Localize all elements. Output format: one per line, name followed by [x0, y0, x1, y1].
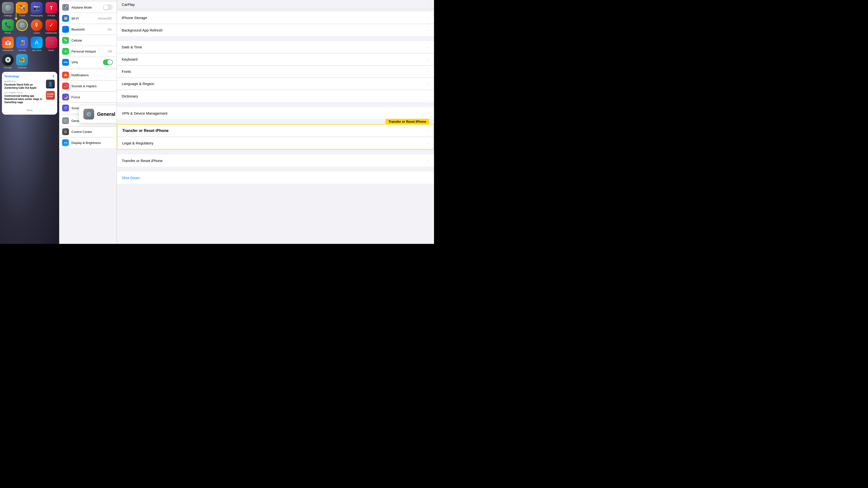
transfer-section: Transfer or Reset iPhone › Legal & Regul… [117, 124, 434, 150]
bluetooth-row[interactable]: 🔵 Bluetooth On › [59, 24, 117, 35]
legal-regulatory-row[interactable]: Legal & Regulatory › [117, 137, 434, 149]
news-widget[interactable]: Technology ⬆ BARRON'S Facebook Stock Fal… [2, 72, 57, 115]
carplay-chevron: › [428, 3, 429, 6]
news-thumb-1: 👤 [46, 80, 55, 89]
app-phone[interactable]: 📞 Phone [2, 19, 14, 34]
discogs-app-label: Discogs [4, 66, 12, 69]
transfer-reset-tooltip: Transfer or Reset iPhone [385, 119, 429, 124]
fonts-chevron: › [428, 70, 429, 73]
page-dot-1[interactable] [26, 105, 28, 107]
news-source-2: Los Angeles Times [4, 91, 44, 94]
app-settings-highlighted[interactable]: ⚙️ [16, 19, 28, 34]
vpn-row[interactable]: VPN VPN [59, 57, 117, 68]
app-appstore[interactable]: A App Store [30, 37, 43, 52]
focus-icon: 🌙 [62, 94, 69, 100]
personal-hotspot-chevron: › [113, 50, 114, 53]
news-share-icon[interactable]: ⬆ [52, 74, 55, 78]
transfer-reset-label-2: Transfer or Reset iPhone [122, 159, 428, 163]
app-travel[interactable]: ✈️ Travel [16, 2, 28, 17]
language-region-chevron: › [428, 82, 429, 86]
background-refresh-row[interactable]: Background App Refresh › [117, 24, 434, 36]
vpn-device-mgmt-chevron: › [428, 111, 429, 115]
date-time-row[interactable]: Date & Time › [117, 41, 434, 53]
news-source-1: BARRON'S [4, 80, 44, 83]
wifi-icon: 📶 [62, 15, 69, 22]
transfer-reset-highlighted-chevron: › [428, 129, 429, 132]
shutdown-section: Shut Down [117, 171, 434, 184]
fantastical-app-icon: 📅 [2, 37, 14, 48]
display-icon: AA [62, 139, 69, 146]
sounds-row[interactable]: 🔊 Sounds & Haptics › [59, 80, 117, 92]
notifications-icon: 🔔 [62, 72, 69, 78]
controlcenter-chevron: › [113, 130, 114, 133]
wifi-row[interactable]: 📶 Wi-Fi Home392 › [59, 13, 117, 24]
news-item-1[interactable]: BARRON'S Facebook Stock Falls as Zuckerb… [4, 80, 55, 90]
iphone-storage-row[interactable]: iPhone Storage › [117, 12, 434, 24]
dictionary-row[interactable]: Dictionary › [117, 90, 434, 102]
sounds-label: Sounds & Haptics [71, 84, 113, 88]
cellular-label: Cellular [71, 39, 113, 42]
travel-app-icon: ✈️ [16, 2, 28, 14]
app-discogs[interactable]: 💿 Discogs [2, 54, 14, 69]
sounds-chevron: › [113, 85, 114, 88]
transfer-section-container: Transfer or Reset iPhone Transfer or Res… [117, 124, 434, 150]
storage-section: iPhone Storage › Background App Refresh … [117, 12, 434, 36]
notifications-row[interactable]: 🔔 Notifications › [59, 70, 117, 80]
page-dot-2[interactable] [29, 105, 30, 107]
cellular-row[interactable]: 📡 Cellular › [59, 35, 117, 46]
network-section: ✈️ Airplane Mode 📶 Wi-Fi Home392 › 🔵 Blu… [59, 2, 117, 68]
app-fantastical[interactable]: 📅 Fantastical [2, 37, 14, 52]
date-time-label: Date & Time [122, 45, 428, 49]
transfer-reset-row-2[interactable]: Transfer or Reset iPhone › [117, 155, 434, 167]
transfer-reset-highlighted-row[interactable]: Transfer or Reset iPhone › [117, 125, 434, 137]
app-settings[interactable]: ⚙️ Settings [2, 2, 14, 17]
transfer-reset-highlighted-label: Transfer or Reset iPhone [122, 129, 428, 133]
bluetooth-value: On [107, 28, 112, 31]
vpn-toggle[interactable] [103, 59, 113, 65]
general-tooltip: ⚙️ General [79, 105, 117, 123]
personal-hotspot-row[interactable]: ⊕ Personal Hotspot Off › [59, 46, 117, 57]
screentime-icon: ⏱ [62, 105, 69, 111]
journey-app-icon: 📓 [16, 37, 28, 48]
shutdown-label: Shut Down [122, 176, 429, 180]
news-headline-1: Facebook Stock Falls as Zuckerberg Calls… [4, 83, 44, 90]
general-tooltip-icon: ⚙️ [83, 109, 94, 120]
music-app-label: Music [49, 49, 54, 52]
news-item-2[interactable]: Los Angeles Times Controversial trading … [4, 91, 55, 104]
app-fishbowl[interactable]: 🐠 Fishbowl [16, 54, 28, 69]
keyboard-row[interactable]: Keyboard › [117, 53, 434, 65]
airplane-mode-toggle[interactable] [103, 4, 113, 10]
focus-row[interactable]: 🌙 Focus › [59, 92, 117, 103]
app-castro[interactable]: 🎙 Castro [30, 19, 43, 34]
controlcenter-icon: ⊙ [62, 128, 69, 135]
page-dot-3[interactable] [32, 105, 33, 107]
yellow-arrow-indicator [16, 4, 17, 18]
dictionary-chevron: › [428, 94, 429, 98]
app-music[interactable]: 🎵 Music [45, 37, 57, 52]
airplane-mode-label: Airplane Mode [71, 6, 103, 9]
carplay-row[interactable]: CarPlay › [117, 0, 434, 9]
page-dots [4, 105, 55, 107]
mticket-app-label: mTicket [48, 14, 55, 17]
app-mticket[interactable]: T mTicket [45, 2, 57, 17]
fonts-row[interactable]: Fonts › [117, 65, 434, 78]
controlcenter-row[interactable]: ⊙ Control Center › [59, 126, 117, 137]
airplane-mode-row[interactable]: ✈️ Airplane Mode [59, 2, 117, 13]
transfer-reset-chevron-2: › [428, 159, 429, 163]
vpn-device-mgmt-row[interactable]: VPN & Device Management › [117, 107, 434, 119]
app-journey[interactable]: 📓 Journey [16, 37, 28, 52]
appstore-app-label: App Store [32, 49, 41, 52]
app-habitminder[interactable]: ✓ HabitMinder [45, 19, 57, 34]
personal-hotspot-value: Off [107, 50, 112, 53]
general-icon: ⚙️ [62, 117, 69, 124]
shutdown-row[interactable]: Shut Down [117, 171, 434, 184]
display-row[interactable]: AA Display & Brightness › [59, 137, 117, 148]
news-category: Technology [4, 75, 19, 78]
app-photography[interactable]: 📷 Photography [30, 2, 43, 17]
vpn-label: VPN [71, 61, 103, 64]
display-chevron: › [113, 141, 114, 144]
language-region-label: Language & Region [122, 82, 428, 86]
language-region-row[interactable]: Language & Region › [117, 78, 434, 90]
app-grid: ⚙️ Settings ✈️ Travel 📷 Photography T mT… [0, 0, 59, 69]
background-refresh-chevron: › [428, 28, 429, 32]
